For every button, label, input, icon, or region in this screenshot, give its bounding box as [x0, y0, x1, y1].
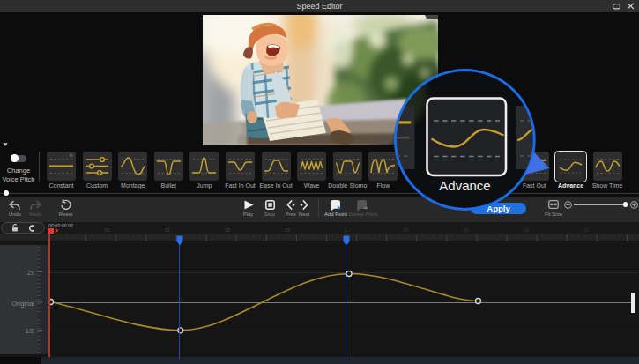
svg-text:Advance: Advance — [439, 178, 490, 193]
